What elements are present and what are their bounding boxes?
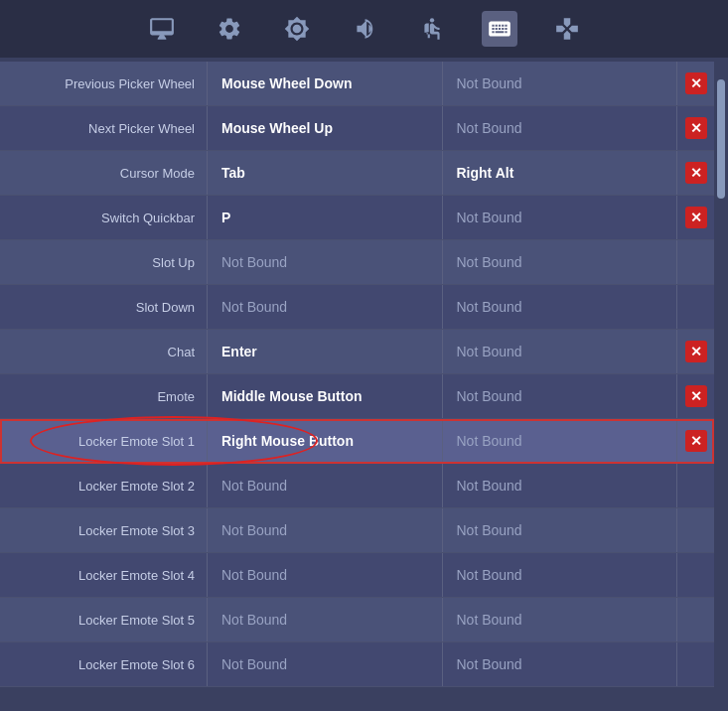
table-row[interactable]: Emote Middle Mouse Button Not Bound ✕ (0, 374, 714, 419)
binding-primary[interactable]: Middle Mouse Button (207, 374, 442, 418)
binding-action (676, 553, 714, 597)
binding-primary[interactable]: Mouse Wheel Down (207, 62, 442, 105)
binding-action: ✕ (676, 196, 714, 239)
table-row[interactable]: Previous Picker Wheel Mouse Wheel Down N… (0, 62, 714, 106)
binding-action (676, 508, 714, 552)
table-row[interactable]: Slot Down Not Bound Not Bound (0, 285, 714, 330)
binding-secondary[interactable]: Not Bound (442, 642, 677, 686)
table-row[interactable]: Locker Emote Slot 3 Not Bound Not Bound (0, 508, 714, 553)
binding-label: Next Picker Wheel (0, 106, 207, 150)
binding-label: Previous Picker Wheel (0, 62, 207, 105)
binding-secondary[interactable]: Not Bound (442, 419, 677, 463)
binding-secondary[interactable]: Not Bound (442, 464, 677, 507)
table-row[interactable]: Chat Enter Not Bound ✕ (0, 330, 714, 374)
binding-label: Slot Up (0, 240, 207, 284)
top-nav (0, 0, 728, 58)
binding-primary[interactable]: Mouse Wheel Up (207, 106, 442, 150)
binding-label: Cursor Mode (0, 151, 207, 195)
delete-button[interactable]: ✕ (685, 72, 707, 94)
binding-action (676, 642, 714, 686)
binding-primary[interactable]: P (207, 196, 442, 239)
binding-action: ✕ (676, 62, 714, 105)
binding-action: ✕ (676, 330, 714, 373)
scrollbar-thumb[interactable] (717, 79, 725, 199)
binding-secondary[interactable]: Not Bound (442, 598, 677, 641)
table-row[interactable]: Locker Emote Slot 1 Right Mouse Button N… (0, 419, 714, 464)
binding-action (676, 240, 714, 284)
binding-action (676, 598, 714, 641)
brightness-icon[interactable] (279, 11, 315, 47)
binding-primary[interactable]: Not Bound (207, 642, 442, 686)
controller-icon[interactable] (549, 11, 585, 47)
binding-label: Chat (0, 330, 207, 373)
content-area: Previous Picker Wheel Mouse Wheel Down N… (0, 58, 728, 711)
monitor-icon[interactable] (144, 11, 180, 47)
binding-label: Emote (0, 374, 207, 418)
binding-action: ✕ (676, 374, 714, 418)
binding-primary[interactable]: Not Bound (207, 508, 442, 552)
binding-primary[interactable]: Not Bound (207, 240, 442, 284)
app-container: Previous Picker Wheel Mouse Wheel Down N… (0, 0, 728, 711)
table-row[interactable]: Cursor Mode Tab Right Alt ✕ (0, 151, 714, 196)
binding-secondary[interactable]: Not Bound (442, 330, 677, 373)
binding-label: Locker Emote Slot 3 (0, 508, 207, 552)
binding-action (676, 285, 714, 329)
delete-button[interactable]: ✕ (685, 430, 707, 452)
delete-button[interactable]: ✕ (685, 385, 707, 407)
binding-label: Locker Emote Slot 5 (0, 598, 207, 641)
keybind-icon[interactable] (482, 11, 517, 47)
binding-primary[interactable]: Enter (207, 330, 442, 373)
binding-primary[interactable]: Not Bound (207, 464, 442, 507)
binding-secondary[interactable]: Not Bound (442, 508, 677, 552)
binding-action: ✕ (676, 106, 714, 150)
binding-label: Slot Down (0, 285, 207, 329)
binding-label: Locker Emote Slot 1 (0, 419, 207, 463)
binding-secondary[interactable]: Right Alt (442, 151, 677, 195)
accessibility-icon[interactable] (414, 11, 450, 47)
binding-primary[interactable]: Not Bound (207, 285, 442, 329)
binding-primary[interactable]: Right Mouse Button (207, 419, 442, 463)
delete-button[interactable]: ✕ (685, 207, 707, 228)
delete-button[interactable]: ✕ (685, 117, 707, 139)
bindings-table: Previous Picker Wheel Mouse Wheel Down N… (0, 58, 714, 711)
binding-secondary[interactable]: Not Bound (442, 240, 677, 284)
binding-secondary[interactable]: Not Bound (442, 106, 677, 150)
gear-icon[interactable] (212, 11, 247, 47)
volume-icon[interactable] (347, 11, 382, 47)
binding-primary[interactable]: Not Bound (207, 553, 442, 597)
table-row[interactable]: Locker Emote Slot 5 Not Bound Not Bound (0, 598, 714, 642)
binding-label: Locker Emote Slot 4 (0, 553, 207, 597)
binding-action (676, 464, 714, 507)
binding-action: ✕ (676, 419, 714, 463)
binding-secondary[interactable]: Not Bound (442, 285, 677, 329)
table-row[interactable]: Locker Emote Slot 4 Not Bound Not Bound (0, 553, 714, 598)
binding-secondary[interactable]: Not Bound (442, 62, 677, 105)
delete-button[interactable]: ✕ (685, 341, 707, 362)
binding-label: Locker Emote Slot 6 (0, 642, 207, 686)
binding-label: Switch Quickbar (0, 196, 207, 239)
table-row[interactable]: Locker Emote Slot 6 Not Bound Not Bound (0, 642, 714, 687)
binding-secondary[interactable]: Not Bound (442, 553, 677, 597)
table-row[interactable]: Next Picker Wheel Mouse Wheel Up Not Bou… (0, 106, 714, 151)
binding-secondary[interactable]: Not Bound (442, 196, 677, 239)
table-row[interactable]: Locker Emote Slot 2 Not Bound Not Bound (0, 464, 714, 508)
binding-label: Locker Emote Slot 2 (0, 464, 207, 507)
delete-button[interactable]: ✕ (685, 162, 707, 184)
svg-point-0 (429, 18, 433, 22)
binding-primary[interactable]: Not Bound (207, 598, 442, 641)
table-row[interactable]: Slot Up Not Bound Not Bound (0, 240, 714, 285)
binding-secondary[interactable]: Not Bound (442, 374, 677, 418)
binding-action: ✕ (676, 151, 714, 195)
binding-primary[interactable]: Tab (207, 151, 442, 195)
table-row[interactable]: Switch Quickbar P Not Bound ✕ (0, 196, 714, 240)
scrollbar[interactable] (714, 58, 728, 711)
